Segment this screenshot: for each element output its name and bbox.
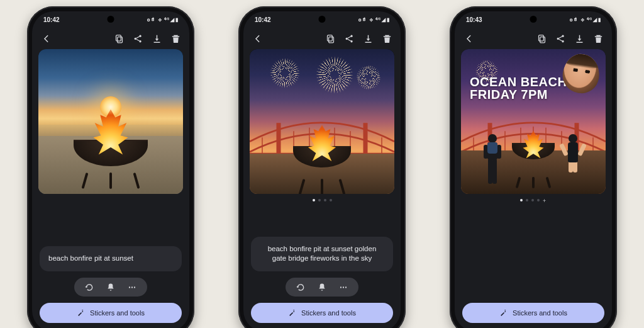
screen: 10:42 ▢ ಠ ⟐ ⁴ᴳ ◢ ▮ beach bonfire xyxy=(32,11,189,328)
screen: 10:43 ▢ ಠ ⟐ ⁴ᴳ ◢ ▮ xyxy=(455,11,612,328)
overlay-line-2: FRIDAY 7PM xyxy=(470,88,567,101)
firework-icon xyxy=(354,63,383,92)
stickers-label: Stickers and tools xyxy=(301,309,356,317)
clock: 10:42 xyxy=(255,16,271,23)
copy-button[interactable] xyxy=(324,32,336,45)
generated-image[interactable] xyxy=(38,49,183,194)
variant-button[interactable] xyxy=(106,282,116,292)
variant-button[interactable] xyxy=(317,282,327,292)
back-button[interactable] xyxy=(251,32,264,45)
more-button[interactable] xyxy=(127,282,137,292)
pager-dot[interactable] xyxy=(520,199,523,201)
back-button[interactable] xyxy=(462,32,475,45)
status-icons: ▢ ಠ ⟐ ⁴ᴳ ◢ ▮ xyxy=(358,17,389,23)
phone-3: 10:43 ▢ ಠ ⟐ ⁴ᴳ ◢ ▮ xyxy=(450,6,617,328)
overlay-text-sticker[interactable]: OCEAN BEACH FRIDAY 7PM xyxy=(470,76,567,101)
person-cutout-sticker[interactable] xyxy=(479,132,506,186)
action-row xyxy=(32,278,189,303)
copy-button[interactable] xyxy=(113,32,125,45)
back-button[interactable] xyxy=(40,32,52,45)
share-button[interactable] xyxy=(343,32,355,45)
delete-button[interactable] xyxy=(380,32,393,45)
wand-icon xyxy=(499,308,508,318)
phone-2: 10:42 ▢ ಠ ⟐ ⁴ᴳ ◢ ▮ xyxy=(238,6,406,328)
delete-button[interactable] xyxy=(169,32,182,45)
copy-button[interactable] xyxy=(535,32,548,45)
overlay-line-1: OCEAN BEACH xyxy=(470,76,567,88)
toolbar xyxy=(455,28,612,49)
stickers-and-tools-button[interactable]: Stickers and tools xyxy=(40,303,182,323)
person-cutout-sticker[interactable] xyxy=(559,132,587,186)
share-button[interactable] xyxy=(554,32,567,45)
camera-notch xyxy=(108,16,114,23)
clock: 10:43 xyxy=(466,16,482,23)
download-button[interactable] xyxy=(150,32,163,45)
prompt-input[interactable]: beach bonfire pit at sunset golden gate … xyxy=(251,237,393,271)
image-pager[interactable]: + xyxy=(455,194,612,203)
prompt-text: beach bonfire pit at sunset golden gate … xyxy=(268,245,377,263)
firework-icon xyxy=(313,53,357,97)
stickers-and-tools-button[interactable]: Stickers and tools xyxy=(462,303,604,323)
generated-image[interactable]: OCEAN BEACH FRIDAY 7PM xyxy=(461,49,606,194)
stickers-label: Stickers and tools xyxy=(513,309,567,317)
toolbar xyxy=(32,28,189,49)
pager-dot[interactable] xyxy=(531,199,534,201)
camera-notch xyxy=(319,16,326,23)
retry-button[interactable] xyxy=(84,282,94,292)
prompt-text: beach bonfire pit at sunset xyxy=(48,254,133,262)
phone-trio: 10:42 ▢ ಠ ⟐ ⁴ᴳ ◢ ▮ beach bonfire xyxy=(0,0,644,328)
status-icons: ▢ ಠ ⟐ ⁴ᴳ ◢ ▮ xyxy=(570,17,601,23)
phone-1: 10:42 ▢ ಠ ⟐ ⁴ᴳ ◢ ▮ beach bonfire xyxy=(27,6,194,328)
more-button[interactable] xyxy=(338,282,348,292)
pager-dot[interactable] xyxy=(526,199,528,201)
camera-notch xyxy=(530,16,537,23)
share-button[interactable] xyxy=(131,32,144,45)
stickers-and-tools-button[interactable]: Stickers and tools xyxy=(251,303,393,323)
wand-icon xyxy=(288,308,296,318)
pager-dot[interactable] xyxy=(537,199,540,201)
wand-icon xyxy=(77,308,85,318)
download-button[interactable] xyxy=(573,32,586,45)
delete-button[interactable] xyxy=(592,32,604,45)
action-row xyxy=(243,278,401,303)
clock: 10:42 xyxy=(43,16,60,23)
image-pager[interactable] xyxy=(243,194,401,201)
toolbar xyxy=(243,28,401,49)
generated-image[interactable] xyxy=(250,49,394,194)
download-button[interactable] xyxy=(362,32,374,45)
prompt-input[interactable]: beach bonfire pit at sunset xyxy=(40,246,182,271)
firework-icon xyxy=(267,55,303,91)
screen: 10:42 ▢ ಠ ⟐ ⁴ᴳ ◢ ▮ xyxy=(243,11,401,328)
stickers-label: Stickers and tools xyxy=(90,309,145,317)
status-icons: ▢ ಠ ⟐ ⁴ᴳ ◢ ▮ xyxy=(147,17,178,23)
retry-button[interactable] xyxy=(296,282,306,292)
